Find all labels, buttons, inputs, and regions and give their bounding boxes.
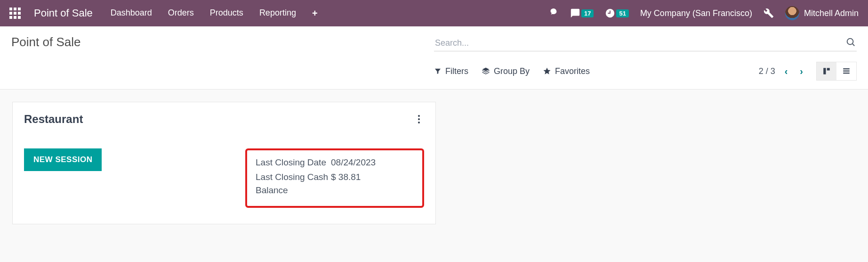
nav-reporting[interactable]: Reporting xyxy=(259,8,296,19)
last-closing-cash-row: Last Closing Cash Balance $ 38.81 xyxy=(256,171,414,197)
card-menu-icon[interactable] xyxy=(414,113,424,128)
card-top: Restaurant xyxy=(24,113,424,128)
search-icon[interactable] xyxy=(845,37,856,49)
pager-text[interactable]: 2 / 3 xyxy=(759,66,775,76)
favorites-label: Favorites xyxy=(555,66,590,76)
closing-info-box: Last Closing Date 08/24/2023 Last Closin… xyxy=(245,148,424,208)
list-view-button[interactable] xyxy=(836,62,856,80)
svg-rect-6 xyxy=(843,73,850,74)
last-closing-date-label: Last Closing Date xyxy=(256,156,331,170)
control-panel: Point of Sale Filters Group By Favorites… xyxy=(0,26,868,90)
svg-point-9 xyxy=(418,122,420,123)
cp-row2-right: Filters Group By Favorites 2 / 3 ‹ › xyxy=(434,62,857,81)
nav-add-icon[interactable]: + xyxy=(312,8,318,19)
nav-products[interactable]: Products xyxy=(210,8,243,19)
groupby-label: Group By xyxy=(494,66,530,76)
cp-row2-left xyxy=(11,62,434,81)
search-input[interactable] xyxy=(435,38,845,48)
view-switch xyxy=(816,62,857,81)
favorites-button[interactable]: Favorites xyxy=(543,66,590,76)
svg-point-8 xyxy=(418,118,420,120)
debug-icon[interactable] xyxy=(764,8,774,18)
last-closing-date-value: 08/24/2023 xyxy=(331,156,376,170)
last-closing-cash-value: $ 38.81 xyxy=(331,171,361,197)
card-body: NEW SESSION Last Closing Date 08/24/2023… xyxy=(24,148,424,208)
navbar: Point of Sale Dashboard Orders Products … xyxy=(0,0,868,26)
new-session-button[interactable]: NEW SESSION xyxy=(24,148,102,171)
user-name: Mitchell Admin xyxy=(804,8,859,18)
activities-badge: 51 xyxy=(616,9,628,17)
pager-prev-icon[interactable]: ‹ xyxy=(782,64,791,79)
apps-icon[interactable] xyxy=(9,8,21,19)
phone-icon[interactable] xyxy=(548,8,559,18)
svg-rect-2 xyxy=(823,68,826,74)
svg-point-7 xyxy=(418,115,420,117)
pos-card: Restaurant NEW SESSION Last Closing Date… xyxy=(12,102,436,224)
last-closing-date-row: Last Closing Date 08/24/2023 xyxy=(256,156,414,170)
last-closing-cash-label: Last Closing Cash Balance xyxy=(256,171,331,197)
svg-rect-3 xyxy=(827,68,830,70)
filters-label: Filters xyxy=(445,66,468,76)
svg-rect-5 xyxy=(843,71,850,72)
nav-orders[interactable]: Orders xyxy=(168,8,194,19)
nav-links: Dashboard Orders Products Reporting + xyxy=(111,8,318,19)
app-brand[interactable]: Point of Sale xyxy=(34,7,93,19)
search-bar[interactable] xyxy=(434,35,857,51)
messages-badge: 17 xyxy=(581,9,594,17)
activities-icon[interactable]: 51 xyxy=(605,8,628,18)
navbar-right: 17 51 My Company (San Francisco) Mitchel… xyxy=(548,6,859,20)
navbar-left: Point of Sale Dashboard Orders Products … xyxy=(9,7,318,19)
pager-next-icon[interactable]: › xyxy=(797,64,806,79)
messages-icon[interactable]: 17 xyxy=(570,8,594,18)
card-title: Restaurant xyxy=(24,113,83,126)
nav-dashboard[interactable]: Dashboard xyxy=(111,8,152,19)
page-title: Point of Sale xyxy=(11,35,434,51)
pager: 2 / 3 ‹ › xyxy=(759,64,806,79)
groupby-button[interactable]: Group By xyxy=(482,66,530,76)
kanban-area: Restaurant NEW SESSION Last Closing Date… xyxy=(0,90,868,237)
user-menu[interactable]: Mitchell Admin xyxy=(785,6,859,20)
svg-point-0 xyxy=(847,39,853,45)
filters-button[interactable]: Filters xyxy=(434,66,468,76)
kanban-view-button[interactable] xyxy=(817,62,836,80)
company-switcher[interactable]: My Company (San Francisco) xyxy=(640,8,752,18)
avatar xyxy=(785,6,799,20)
cp-right-cluster: 2 / 3 ‹ › xyxy=(759,62,857,81)
svg-line-1 xyxy=(852,44,854,46)
svg-rect-4 xyxy=(843,68,850,69)
